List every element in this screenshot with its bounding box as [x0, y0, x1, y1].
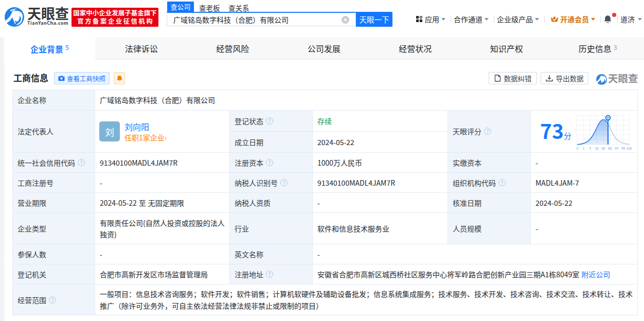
svg-text:0: 0: [577, 146, 579, 151]
svg-text:1: 1: [583, 146, 585, 151]
svg-text:100: 100: [627, 146, 632, 151]
svg-text:99: 99: [621, 146, 625, 151]
svg-text:97: 97: [615, 146, 619, 151]
svg-text:50: 50: [601, 146, 605, 151]
svg-text:15: 15: [595, 146, 599, 151]
svg-text:85: 85: [608, 146, 612, 151]
svg-text:3: 3: [589, 146, 592, 151]
